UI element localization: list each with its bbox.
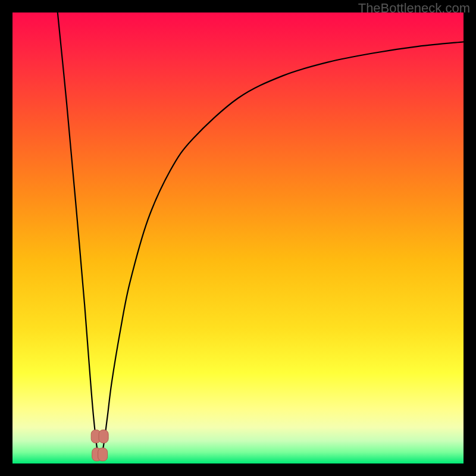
plot-area bbox=[12, 12, 464, 464]
bottleneck-curve bbox=[12, 12, 464, 464]
chart-frame: TheBottleneck.com bbox=[0, 0, 476, 476]
curve-marker bbox=[99, 430, 108, 443]
watermark-text: TheBottleneck.com bbox=[358, 1, 470, 16]
curve-marker bbox=[98, 448, 108, 461]
